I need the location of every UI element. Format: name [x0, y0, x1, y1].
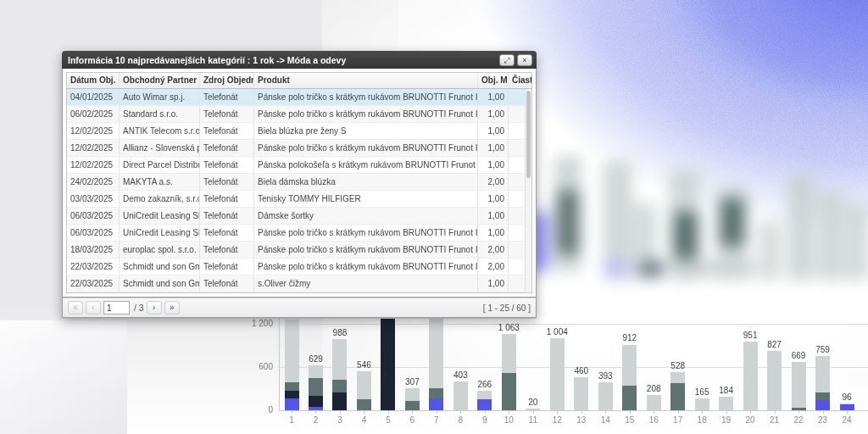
close-icon[interactable]: ×	[517, 54, 532, 66]
bar-value-label: 988	[314, 328, 365, 337]
dialog-title: Informácia 10 najpredávanejších kategóri…	[68, 55, 497, 65]
bar-segment-gray[interactable]	[719, 397, 733, 410]
table-cell: UniCredit Leasing Slovakia, a.s.	[120, 208, 200, 224]
scrollbar-thumb[interactable]	[526, 91, 531, 178]
bar-segment-gray[interactable]	[695, 398, 709, 410]
page-input[interactable]	[103, 301, 130, 314]
bar-value-label: 1 063	[483, 323, 534, 332]
x-axis-tick-label: 7	[424, 415, 449, 425]
bar-value-label: 827	[749, 340, 800, 349]
bar-segment-gray[interactable]	[815, 356, 830, 392]
x-axis-tick	[702, 411, 703, 414]
table-row[interactable]: 03/03/2025Demo zakazník, s.r.o.Telefonát…	[67, 191, 531, 208]
bar-segment-blue[interactable]	[840, 404, 854, 410]
blurred-background-chart	[509, 127, 868, 305]
bar-segment-slate[interactable]	[332, 380, 347, 392]
bar-segment-gray[interactable]	[647, 395, 661, 410]
table-cell: 06/03/2025	[67, 225, 120, 241]
dialog-body: Dátum Obj.Obchodný PartnerZdroj Objednáv…	[62, 69, 537, 298]
next-page-button[interactable]: ›	[147, 301, 162, 314]
bar-segment-gray[interactable]	[285, 320, 299, 382]
bar-segment-navy[interactable]	[285, 391, 299, 398]
first-page-button[interactable]: «	[68, 301, 83, 314]
bar-segment-gray[interactable]	[792, 362, 806, 408]
x-axis-tick-label: 1	[279, 415, 304, 425]
bar-segment-navy[interactable]	[309, 396, 323, 407]
bar-segment-slate[interactable]	[357, 399, 371, 410]
bar-segment-gray[interactable]	[743, 342, 758, 410]
table-cell: MAKYTA a.s.	[120, 174, 200, 190]
bar-segment-gray[interactable]	[405, 388, 420, 401]
table-row[interactable]: 12/02/2025Allianz - Slovenská poisťovňa,…	[67, 140, 531, 157]
table-cell: 22/03/2025	[67, 275, 120, 292]
bar-segment-gray[interactable]	[477, 391, 492, 399]
table-cell: Allianz - Slovenská poisťovňa, a.s	[120, 140, 200, 156]
table-cell: 2,00	[478, 242, 509, 258]
bar-segment-slate[interactable]	[405, 401, 420, 410]
bar-segment-gray[interactable]	[574, 377, 588, 410]
table-cell: 12/02/2025	[67, 157, 120, 173]
prev-page-button[interactable]: ‹	[86, 301, 101, 314]
x-axis-tick-label: 8	[448, 415, 473, 425]
column-header[interactable]: Zdroj Objednávky	[200, 73, 254, 88]
column-header[interactable]: Čiastka	[509, 73, 531, 88]
bar-segment-blue[interactable]	[285, 398, 299, 410]
table-row[interactable]: 18/03/2025europlac spol. s.r.o.Telefonát…	[67, 242, 531, 259]
table-row[interactable]: 24/02/2025MAKYTA a.s.TelefonátBiela dáms…	[67, 174, 531, 191]
table-row[interactable]: 04/01/2025Auto Wimar sp.j.TelefonátPánsk…	[67, 89, 531, 106]
table-cell: Pánske polo tričko s krátkym rukávom BRU…	[254, 106, 478, 122]
bar-segment-gray[interactable]	[622, 345, 637, 386]
table-cell: 03/03/2025	[67, 191, 120, 207]
resize-icon[interactable]: ⤢	[499, 54, 515, 66]
bar-segment-slate[interactable]	[309, 378, 323, 396]
x-axis-tick	[485, 411, 486, 414]
x-axis-tick	[630, 411, 631, 414]
table-cell: 12/02/2025	[67, 123, 120, 139]
bar-segment-gray[interactable]	[357, 371, 371, 400]
y-axis-tick-label: 0	[234, 405, 273, 415]
bar-segment-gray[interactable]	[502, 334, 516, 373]
bar-segment-gray[interactable]	[309, 365, 323, 379]
table-cell: Pánske polo tričko s krátkym rukávom BRU…	[254, 89, 478, 105]
bar-segment-blue[interactable]	[815, 400, 830, 410]
x-axis-tick	[340, 411, 341, 414]
table-row[interactable]: 22/03/2025Schmidt und son GmbHTelefonáts…	[67, 275, 531, 292]
x-axis-tick	[315, 411, 316, 414]
table-cell: 1,00	[478, 123, 509, 139]
bar-segment-gray[interactable]	[598, 382, 613, 410]
bar-segment-navy[interactable]	[332, 392, 347, 410]
table-row[interactable]: 06/03/2025UniCredit Leasing Slovakia, a.…	[67, 208, 531, 225]
table-cell: 1,00	[478, 275, 509, 292]
x-axis-tick	[509, 411, 509, 414]
table-scrollbar[interactable]	[525, 89, 531, 292]
x-axis-tick-label: 10	[496, 415, 521, 425]
bar-segment-blue[interactable]	[429, 398, 443, 410]
bar-segment-gray[interactable]	[670, 372, 685, 383]
bar-segment-slate[interactable]	[285, 382, 299, 391]
table-row[interactable]: 12/02/2025Direct Parcel Distribution SK …	[67, 157, 531, 174]
table-cell: 06/02/2025	[67, 106, 120, 122]
bar-segment-slate[interactable]	[429, 388, 443, 398]
last-page-button[interactable]: »	[164, 301, 180, 314]
dialog-titlebar[interactable]: Informácia 10 najpredávanejších kategóri…	[62, 51, 537, 69]
column-header[interactable]: Produkt	[254, 73, 478, 88]
column-header[interactable]: Obj. Mnž.	[478, 73, 509, 88]
table-cell: 12/02/2025	[67, 140, 120, 156]
table-cell: Direct Parcel Distribution SK s.r.o.	[120, 157, 200, 173]
bar-segment-navy[interactable]	[381, 319, 395, 410]
table-cell: Pánske polo tričko s krátkym rukávom BRU…	[254, 140, 478, 156]
bar-segment-gray[interactable]	[840, 403, 854, 404]
bar-segment-blue[interactable]	[477, 399, 492, 410]
x-axis-tick-label: 21	[762, 415, 787, 425]
column-header[interactable]: Dátum Obj.	[67, 73, 120, 88]
table-cell: 04/01/2025	[67, 89, 120, 105]
table-row[interactable]: 06/03/2025UniCredit Leasing Slovakia, a.…	[67, 225, 531, 242]
bar-value-label: 951	[725, 331, 776, 340]
blurred-bar	[674, 212, 698, 259]
table-row[interactable]: 06/02/2025Standard s.r.o.TelefonátPánske…	[67, 106, 531, 123]
column-header[interactable]: Obchodný Partner	[120, 73, 200, 88]
x-axis-tick-label: 16	[641, 415, 666, 425]
orders-table: Dátum Obj.Obchodný PartnerZdroj Objednáv…	[66, 72, 532, 293]
table-row[interactable]: 22/03/2025Schmidt und son GmbHTelefonátP…	[67, 259, 531, 275]
table-row[interactable]: 12/02/2025ANTIK Telecom s.r.o.TelefonátB…	[67, 123, 531, 140]
